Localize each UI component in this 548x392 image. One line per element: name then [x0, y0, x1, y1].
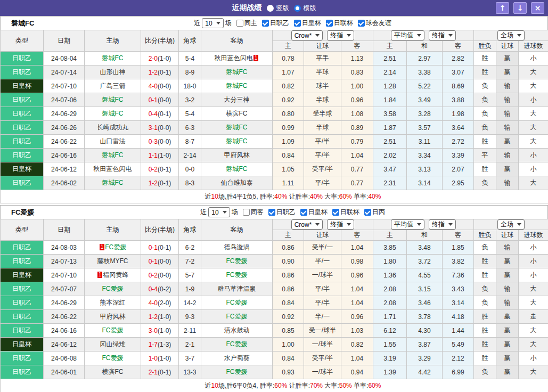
result-goals: 大 — [519, 338, 548, 352]
league-badge: 日职乙 — [1, 93, 44, 107]
final-odds-select-1[interactable]: 终指 — [327, 30, 354, 40]
league-filter-label: 球会友谊 — [366, 19, 391, 28]
chevron-down-icon — [417, 223, 421, 226]
score: 0-1(0-1) — [141, 241, 179, 255]
scope-select[interactable]: 全场 — [497, 30, 525, 40]
league-checkbox-1[interactable] — [300, 209, 307, 216]
odds-home: 0.84 — [273, 296, 304, 310]
away-team: FC爱媛 — [201, 310, 273, 324]
odds-away: 0.96 — [341, 310, 373, 324]
match-date: 24-07-10 — [44, 268, 85, 282]
corner-score: 14-2 — [179, 296, 201, 310]
team-name-text: FC爱媛 — [226, 271, 248, 279]
odds-home: 0.78 — [273, 52, 304, 66]
bookmaker-select[interactable]: Crow* — [291, 30, 323, 40]
league-checkbox-0[interactable] — [262, 20, 269, 27]
handicap-line: 受平/半 — [304, 162, 341, 176]
score: 1-2(1-0) — [141, 310, 179, 324]
radio-selected-icon[interactable] — [294, 5, 301, 12]
result-winloss: 胜 — [474, 324, 496, 338]
avg-home: 2.08 — [373, 296, 407, 310]
team-name-text: 仙台维加泰 — [221, 179, 253, 186]
odds-home: 0.84 — [273, 352, 304, 365]
team-name-text: 群马草津温泉 — [218, 285, 256, 292]
away-team: 磐城FC — [201, 121, 273, 135]
chevron-down-icon — [517, 34, 521, 37]
avg-home: 2.02 — [373, 149, 407, 162]
match-row: 日职乙24-08-031FC爱媛0-1(0-1)6-2德岛漩涡0.86受半/一1… — [1, 241, 548, 255]
league-checkbox-3[interactable] — [358, 20, 365, 27]
close-button[interactable]: × — [531, 2, 544, 14]
team-name-text: FC爱媛 — [226, 313, 248, 320]
col-header: 客 — [341, 41, 373, 52]
match-date: 24-07-06 — [44, 93, 85, 107]
league-badge: 日职乙 — [1, 296, 44, 310]
league-checkbox-0[interactable] — [268, 209, 275, 216]
bookmaker-select[interactable]: Crow* — [291, 219, 323, 230]
handicap-line: 平/半 — [304, 282, 341, 296]
corner-score: 3-7 — [179, 352, 201, 365]
league-filter-0: 日职乙 — [268, 208, 296, 217]
team-name-text: 福冈黄蜂 — [103, 271, 128, 279]
match-row: 日皇杯24-06-12冈山绿雉1-7(1-3)2-1FC爱媛1.00一/球半0.… — [1, 338, 548, 352]
team-name-text: 磐城FC — [226, 137, 248, 145]
same-venue-checkbox[interactable] — [236, 20, 243, 27]
handicap-line: 一/球半 — [304, 365, 341, 379]
summary-text: 近10场,胜6平0负4, 胜率:60% 让胜率:70% 大率:50% 单率:60… — [1, 379, 548, 392]
avg-away: 2.82 — [443, 52, 474, 66]
final-odds-select-1[interactable]: 终指 — [327, 219, 354, 230]
league-filter-2: 日联杯 — [332, 208, 359, 217]
league-filter-label: 日皇杯 — [308, 208, 328, 217]
team-name-text: FC爱媛 — [105, 243, 126, 251]
avg-draw: 3.13 — [407, 162, 443, 176]
score: 1-1(1-0) — [141, 149, 179, 162]
scope-select[interactable]: 全场 — [497, 219, 525, 230]
league-checkbox-3[interactable] — [364, 209, 371, 216]
panel-title: 近期战绩 — [232, 3, 262, 13]
result-goals: 大 — [519, 365, 548, 379]
layout-radio-vertical[interactable]: 竖版 — [267, 4, 289, 13]
move-down-button[interactable]: ↓ — [513, 2, 527, 14]
match-row: 日职乙24-06-08FC爱媛1-0(1-0)3-7水户蜀葵0.84受平/半1.… — [1, 352, 548, 365]
corner-score: 2-1 — [179, 338, 201, 352]
match-count-select[interactable]: 10 — [208, 207, 230, 217]
avg-away: 2.95 — [443, 176, 474, 190]
match-row: 日皇杯24-07-10广岛三箭4-0(0-0)18-0磐城FC0.82球半1.0… — [1, 79, 548, 93]
avg-draw: 3.38 — [407, 66, 443, 79]
league-badge: 日皇杯 — [1, 268, 44, 282]
avg-home: 6.12 — [373, 324, 407, 338]
avg-draw: 5.22 — [407, 79, 443, 93]
final-odds-select-2[interactable]: 终指 — [429, 219, 456, 230]
result-goals: 小 — [519, 255, 548, 268]
match-count-select[interactable]: 10 — [202, 18, 223, 28]
final-odds-select-2[interactable]: 终指 — [429, 30, 456, 40]
same-venue-checkbox[interactable] — [243, 209, 250, 216]
team-name-text: 广岛三箭 — [100, 82, 126, 89]
result-winloss: 负 — [474, 296, 496, 310]
league-checkbox-2[interactable] — [326, 20, 333, 27]
match-date: 24-06-26 — [44, 121, 85, 135]
avg-away: 2.07 — [443, 162, 474, 176]
avg-away: 3.39 — [443, 149, 474, 162]
radio-unselected-icon[interactable] — [267, 5, 274, 12]
col-header: 日期 — [44, 30, 85, 52]
col-header: 胜负 — [474, 41, 496, 52]
layout-radio-horizontal[interactable]: 横版 — [294, 4, 316, 13]
avg-away: 8.69 — [443, 79, 474, 93]
league-checkbox-2[interactable] — [332, 209, 339, 216]
away-team: 清水鼓动 — [201, 324, 273, 338]
league-filter-0: 日职乙 — [262, 19, 289, 28]
home-team: 广岛三箭 — [85, 79, 141, 93]
home-team: 山形山神 — [85, 66, 141, 79]
move-up-button[interactable]: ↑ — [496, 2, 509, 14]
odds-away: 0.89 — [341, 121, 373, 135]
league-checkbox-1[interactable] — [294, 20, 301, 27]
home-team: FC爱媛 — [85, 352, 141, 365]
average-select[interactable]: 平均值 — [391, 30, 424, 40]
team-name-text: 冈山绿雉 — [100, 340, 126, 348]
average-select[interactable]: 平均值 — [391, 219, 424, 230]
corner-score: 2-11 — [179, 324, 201, 338]
match-row: 日职乙24-07-14山形山神1-2(0-1)8-9磐城FC1.07半球0.83… — [1, 66, 548, 79]
avg-draw: 3.46 — [407, 296, 443, 310]
team-name-text: 清水鼓动 — [224, 326, 250, 334]
